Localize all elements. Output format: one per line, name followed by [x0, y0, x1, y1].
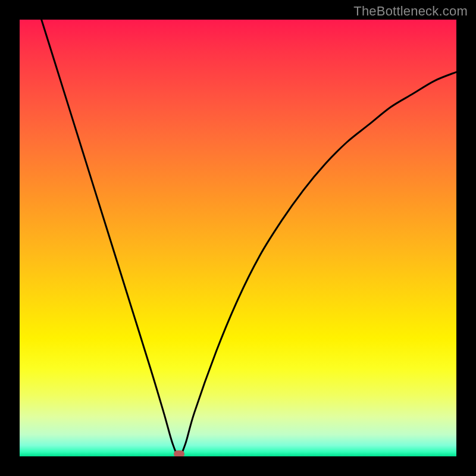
chart-frame: TheBottleneck.com	[0, 0, 476, 476]
watermark-text: TheBottleneck.com	[353, 4, 468, 19]
bottleneck-curve	[20, 20, 456, 456]
optimal-marker	[174, 450, 184, 456]
plot-area	[20, 20, 456, 456]
